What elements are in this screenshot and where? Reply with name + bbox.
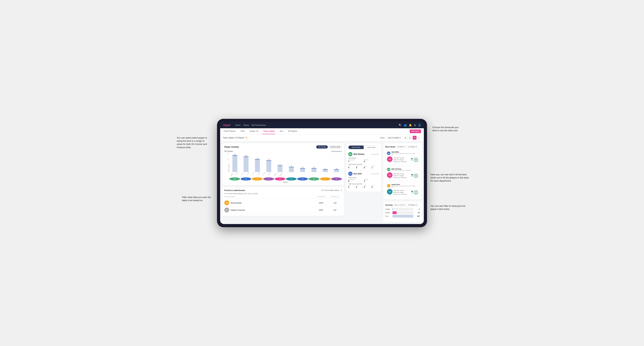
bar-j-coles: 9 bbox=[264, 159, 274, 172]
shot-player-detail-miller: 09 Jun 2023 · Royal North Devon GC, Hole… bbox=[392, 153, 416, 155]
page-wrapper: Choose the timescale you wish to see the… bbox=[217, 119, 427, 227]
tournament-label-2: Tournament bbox=[348, 179, 363, 180]
shot-metrics-miller: 67 yds 0 yds bbox=[411, 158, 418, 162]
all-shots-dropdown[interactable]: All Shots ▾ bbox=[396, 145, 406, 148]
add-icon[interactable]: ⊕ bbox=[414, 124, 416, 127]
most-active-btn[interactable]: Most Active bbox=[348, 146, 364, 149]
shot-card-mcharg: BM Blair McHarg 23 Jul 2023 · Ashridge G… bbox=[385, 166, 420, 181]
edit-icon[interactable]: ✏️ bbox=[245, 137, 248, 139]
practice-leaderboards-header: Practice Leaderboards PUTT Must Make Put… bbox=[224, 189, 342, 191]
col-pb-avg: PB AVG SQ bbox=[328, 196, 342, 197]
all-players-dropdown[interactable]: All Players ▾ bbox=[407, 145, 418, 148]
x-label-mcharg: B. McHarg bbox=[229, 172, 234, 177]
best-shots-title: Best Shots bbox=[385, 146, 395, 148]
practice-drills-btn[interactable]: Practice Drills bbox=[328, 145, 342, 149]
profile-icon[interactable]: 👤 bbox=[418, 124, 421, 127]
bar-b-mcharg: 13 bbox=[230, 154, 240, 172]
x-label-billingham: G. Billing.. bbox=[256, 172, 261, 177]
bell-icon[interactable]: 🔔 bbox=[409, 124, 412, 127]
shot-text-mcharg: Shot Dist: 43 yds Start Lie: Rough End L… bbox=[394, 173, 410, 179]
shot-details-mcharg: 200 SG Shot Dist: 43 yds Start Lie: Roug… bbox=[387, 172, 418, 179]
date-britt: 02 Sep 2023 bbox=[371, 173, 379, 174]
leaderboard-row-crossman: EC 2 Edward Crossman 18/20 107 bbox=[224, 206, 342, 214]
avatar-billingham: GB bbox=[286, 177, 297, 180]
nav-my-performance[interactable]: My Performance bbox=[252, 123, 266, 127]
card-view-btn[interactable]: ♥ bbox=[413, 136, 416, 140]
active-stats-britt: Total Rounds Tournament 8 Practice 4 bbox=[348, 177, 379, 188]
scoring-val-birdies: 96 bbox=[414, 212, 420, 213]
shot-details-ford: 198 SG Shot Dist: 16 yds Start Lie: Roug… bbox=[387, 189, 418, 196]
x-label-miller: M. Miller bbox=[267, 172, 272, 177]
tab-team-clippd[interactable]: Team Clippd bbox=[262, 128, 275, 134]
y-label-0: 0 bbox=[228, 171, 228, 172]
scoring-label-birdies: Birdies bbox=[385, 212, 392, 213]
left-panel: Player Activity On Course Practice Drill… bbox=[222, 143, 344, 222]
avatar-ford: DF bbox=[252, 177, 263, 180]
avatar-crossman-lb: EC 2 bbox=[224, 208, 229, 212]
practice-label-2: Practice bbox=[364, 179, 379, 180]
shot-chevron-mcharg[interactable]: › bbox=[418, 168, 418, 171]
shot-badge-mcharg: 200 bbox=[387, 172, 392, 178]
active-player-header-britt: RB Rees Britt 02 Sep 2023 bbox=[348, 172, 379, 176]
x-label-robertson: L. Robertson bbox=[278, 172, 283, 177]
app-label-1: APP bbox=[356, 166, 364, 167]
gtt-val-1: 0 bbox=[348, 167, 356, 169]
practice-filter-dropdown[interactable]: PUTT Must Make Putting ... ▾ bbox=[321, 189, 342, 191]
arg-val-2: 0 bbox=[364, 186, 371, 188]
bar-m-miller: 3 bbox=[308, 167, 320, 172]
tab-pga[interactable]: PGA bbox=[240, 128, 245, 134]
chart-filter-dropdown[interactable]: Total Rounds ▾ bbox=[331, 151, 342, 152]
arg-label-1: ARG bbox=[364, 166, 371, 167]
avg-butler: 110 bbox=[328, 202, 342, 204]
users-icon[interactable]: 👥 bbox=[404, 124, 407, 127]
search-icon[interactable]: 🔍 bbox=[399, 124, 402, 127]
table-view-btn[interactable]: ≡ bbox=[417, 136, 421, 140]
nav-teams[interactable]: Teams bbox=[244, 123, 249, 127]
scoring-val-eagles: 3 bbox=[414, 208, 420, 210]
middle-panel: Most Active Least Active BM Blair McHarg… bbox=[346, 143, 381, 222]
tab-tour[interactable]: Tour bbox=[279, 128, 284, 134]
grid-view-btn[interactable]: ⊞ bbox=[404, 136, 408, 140]
total-practice-label-2: Total Practice Activities bbox=[348, 183, 379, 185]
player-activity-card: Player Activity On Course Practice Drill… bbox=[222, 143, 344, 185]
x-label-ford: D. Ford bbox=[240, 172, 245, 177]
x-axis-title: Players bbox=[229, 181, 342, 183]
avatar-crossman: EC bbox=[320, 177, 331, 180]
active-stats-mcharg: Total Rounds Tournament 7 Practice 6 bbox=[348, 157, 379, 169]
tab-all-players[interactable]: All Players bbox=[288, 128, 298, 134]
tab-hcaps[interactable]: Hcaps 1-5 bbox=[249, 128, 259, 134]
shot-card-ford: DF David Ford 24 Aug 2023 · Royal North … bbox=[385, 182, 420, 197]
app-label-2: APP bbox=[356, 185, 364, 186]
list-view-btn[interactable]: ⊟ bbox=[408, 136, 412, 140]
shot-player-detail-mcharg: 23 Jul 2023 · Ashridge GC, Hole 15 bbox=[392, 170, 416, 171]
least-active-btn[interactable]: Least Active bbox=[364, 146, 379, 149]
show-controls: Show: Last 3 months ▾ ⊞ ⊟ ♥ ≡ bbox=[380, 136, 421, 140]
x-label-crossman: E. Crossman bbox=[273, 172, 278, 177]
add-team-button[interactable]: Add Team bbox=[410, 130, 421, 133]
nav-links: Home Teams My Performance bbox=[235, 123, 266, 127]
shot-badge-label-miller: SG bbox=[389, 162, 390, 163]
shot-metric-zero-mcharg: 0 yds bbox=[414, 174, 418, 178]
app-val-2: 0 bbox=[356, 186, 364, 188]
practice-label-1: Practice bbox=[364, 159, 379, 161]
shot-badge-ford: 198 bbox=[387, 189, 392, 194]
shot-text-miller: Shot Dist: 67 yds Start Lie: Rough End L… bbox=[394, 157, 410, 163]
total-rounds-label-2: Total Rounds bbox=[348, 177, 379, 178]
timescale-dropdown[interactable]: Last 3 months ▾ bbox=[386, 136, 402, 140]
practice-val-2: 4 bbox=[364, 180, 379, 182]
course-toggle: On Course Practice Drills bbox=[316, 145, 342, 149]
scoring-par-dropdown[interactable]: Par 3, 4 & 5s ▾ bbox=[393, 204, 406, 206]
shot-chevron-ford[interactable]: › bbox=[418, 184, 418, 187]
practice-subtitle: PUTT Must Make Putting (3-6 ft), Last 3 … bbox=[224, 193, 342, 194]
scoring-players-dropdown[interactable]: All Players ▾ bbox=[407, 204, 418, 206]
bar-l-robertson: 2 bbox=[331, 168, 342, 172]
col-pb-score: PB SCORE bbox=[314, 196, 328, 197]
shot-player-info-mcharg: Blair McHarg 23 Jul 2023 · Ashridge GC, … bbox=[392, 168, 416, 171]
shot-player-info-ford: David Ford 24 Aug 2023 · Royal North Dev… bbox=[392, 184, 416, 188]
on-course-btn[interactable]: On Course bbox=[316, 145, 328, 149]
nav-home[interactable]: Home bbox=[235, 123, 240, 127]
avatar-mcharg-active: BM bbox=[348, 152, 352, 156]
shot-chevron-miller[interactable]: › bbox=[418, 152, 418, 155]
tab-pgat-players[interactable]: PGAT Players bbox=[223, 128, 236, 134]
arg-val-1: 0 bbox=[364, 167, 371, 169]
